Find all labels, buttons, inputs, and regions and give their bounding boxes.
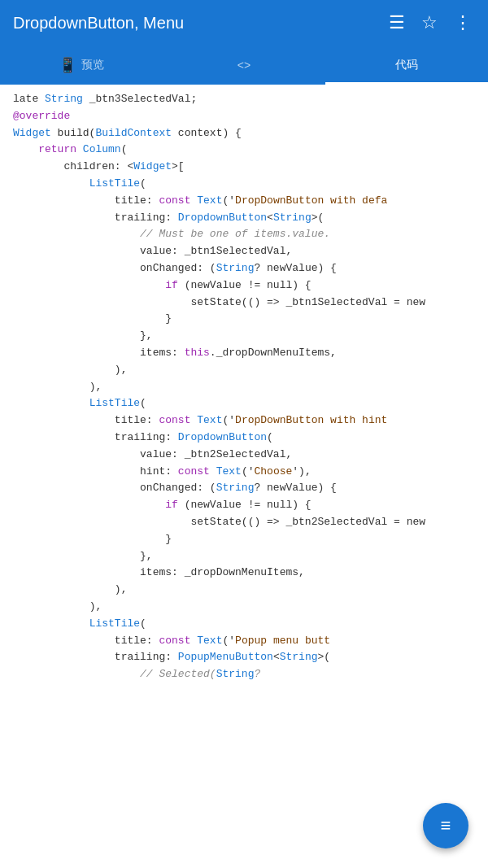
code-line: children: <Widget>[	[0, 159, 488, 176]
code-token: value: _btn2SelectedVal,	[140, 448, 292, 460]
code-token: this	[185, 347, 210, 359]
code-token: PopupMenuButton	[178, 651, 273, 663]
code-token: String	[273, 212, 312, 224]
code-token: ? newValue) {	[254, 482, 336, 494]
phone-icon: 📱	[59, 56, 76, 74]
code-token: Widget	[133, 160, 172, 172]
code-token: },	[140, 550, 153, 562]
code-line: if (newValue != null) {	[0, 277, 488, 294]
code-token: BuildContext	[95, 127, 172, 139]
code-token: items: _dropDownMenuItems,	[140, 566, 305, 578]
code-token: (newValue != null) {	[178, 279, 312, 291]
code-area: late String _btn3SelectedVal;@overrideWi…	[0, 85, 488, 868]
code-line: items: this._dropDownMenuItems,	[0, 345, 488, 362]
code-token: Text	[216, 465, 242, 478]
code-token: (	[267, 431, 273, 443]
code-line: // Must be one of items.value.	[0, 226, 488, 243]
code-token: ('	[222, 194, 235, 207]
code-token: String	[280, 651, 318, 663]
code-line: value: _btn2SelectedVal,	[0, 447, 488, 464]
code-token: trailing:	[115, 651, 178, 663]
code-line: late String _btn3SelectedVal;	[0, 91, 488, 108]
code-token: ._dropDownMenuItems,	[210, 347, 337, 359]
code-token: children: <	[63, 160, 133, 172]
code-line: title: const Text('Popup menu butt	[0, 633, 488, 650]
code-line: },	[0, 548, 488, 565]
tab-preview[interactable]: 📱 预览	[0, 48, 163, 85]
code-token: setState(() => _btn2SelectedVal = new	[190, 516, 425, 528]
code-token: ),	[89, 381, 102, 393]
code-line: return Column(	[0, 142, 488, 159]
code-token: title:	[115, 194, 159, 207]
code-token: DropDownButton with defa	[235, 194, 387, 207]
code-line: ),	[0, 362, 488, 379]
code-token: late	[13, 93, 45, 105]
menu-lines-icon: ≡	[441, 815, 451, 836]
code-token: hint:	[140, 465, 178, 478]
code-token: ListTile	[89, 617, 140, 630]
code-token: return	[38, 143, 83, 155]
code-token: ('	[242, 465, 255, 478]
code-token: onChanged: (	[140, 482, 216, 494]
code-token: // Must be one of items.value.	[140, 228, 330, 240]
code-line: value: _btn1SelectedVal,	[0, 243, 488, 260]
code-line: setState(() => _btn2SelectedVal = new	[0, 514, 488, 531]
code-token: String	[216, 668, 255, 680]
code-token: },	[140, 329, 153, 342]
code-token: if	[165, 499, 178, 511]
code-token: trailing:	[115, 212, 178, 224]
code-token: <	[267, 212, 273, 224]
code-token: @override	[13, 110, 70, 122]
code-line: }	[0, 531, 488, 548]
code-line: title: const Text('DropDownButton with d…	[0, 193, 488, 210]
code-token: Column	[83, 143, 121, 155]
code-line: setState(() => _btn1SelectedVal = new	[0, 294, 488, 312]
code-line: ListTile(	[0, 176, 488, 193]
code-token: (	[140, 617, 146, 630]
code-token: DropdownButton	[178, 212, 267, 224]
code-token: ('	[222, 414, 235, 426]
code-token: >(	[312, 212, 325, 224]
code-line: Widget build(BuildContext context) {	[0, 125, 488, 142]
code-token: if	[165, 279, 178, 291]
code-line: // Selected(String?	[0, 666, 488, 683]
star-icon[interactable]: ☆	[418, 9, 441, 37]
code-line: @override	[0, 108, 488, 125]
code-line: hint: const Text('Choose'),	[0, 464, 488, 481]
more-icon[interactable]: ⋮	[451, 9, 475, 37]
code-token: Text	[197, 635, 222, 647]
code-token: (	[140, 397, 146, 409]
tab-source[interactable]: 代码	[325, 48, 488, 85]
code-token: const	[178, 465, 216, 478]
code-token: ?	[254, 668, 267, 680]
tab-code-label: <>	[237, 59, 251, 72]
code-token: trailing:	[115, 431, 178, 443]
fab-button[interactable]: ≡	[423, 803, 468, 848]
code-token: ListTile	[89, 177, 140, 190]
code-token: (	[121, 143, 128, 155]
code-line: items: _dropDownMenuItems,	[0, 565, 488, 582]
code-token: String	[45, 93, 83, 105]
code-token: title:	[115, 414, 159, 426]
tab-preview-label: 预览	[81, 58, 104, 72]
menu-icon[interactable]: ☰	[386, 9, 408, 37]
code-token: }	[165, 312, 172, 325]
code-token: Choose	[254, 465, 292, 478]
tab-code[interactable]: <>	[163, 48, 325, 85]
code-line: if (newValue != null) {	[0, 497, 488, 514]
code-token: String	[216, 482, 255, 494]
code-line: trailing: PopupMenuButton<String>(	[0, 649, 488, 666]
code-token: '),	[292, 465, 311, 478]
code-token: onChanged: (	[140, 262, 216, 274]
code-token: <	[273, 651, 280, 663]
code-line: ListTile(	[0, 616, 488, 633]
code-token: ? newValue) {	[254, 262, 336, 274]
code-token: (	[140, 177, 146, 190]
code-line: },	[0, 328, 488, 345]
code-line: }	[0, 311, 488, 328]
code-token: Text	[197, 414, 222, 426]
code-line: ),	[0, 379, 488, 396]
code-token: title:	[115, 635, 159, 647]
tab-source-label: 代码	[395, 58, 418, 72]
code-token: const	[159, 194, 197, 207]
